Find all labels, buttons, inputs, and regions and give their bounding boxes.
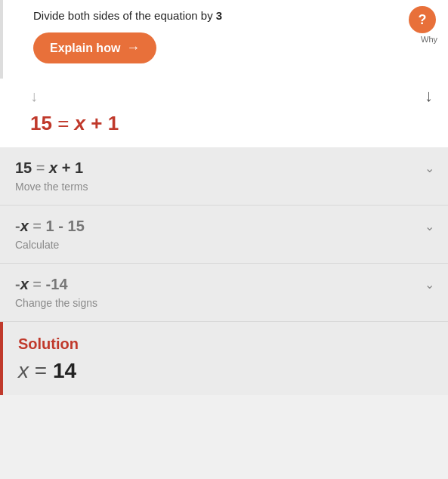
- step-2-description: Calculate: [15, 239, 433, 251]
- solution-equals: =: [29, 359, 53, 382]
- result-equals: =: [52, 112, 75, 134]
- result-equation: 15 = x + 1: [0, 112, 448, 147]
- result-x: x: [75, 112, 85, 134]
- step-2-equation: -x = 1 - 15: [15, 218, 433, 235]
- why-button[interactable]: ?: [409, 6, 436, 33]
- step-1-equation: 15 = x + 1: [15, 159, 433, 177]
- step-1[interactable]: 15 = x + 1 Move the terms ⌄: [0, 147, 448, 206]
- result-15: 15: [30, 112, 52, 134]
- why-button-label: ?: [419, 12, 427, 28]
- step-1-chevron-icon[interactable]: ⌄: [425, 161, 434, 175]
- solution-label: Solution: [18, 335, 433, 353]
- solution-equation: x = 14: [18, 359, 433, 383]
- explain-how-button[interactable]: Explain how →: [33, 32, 156, 63]
- result-plus1: + 1: [85, 112, 119, 134]
- step-2-chevron-icon[interactable]: ⌄: [425, 219, 434, 233]
- instruction-prefix: Divide both sides of the equation by: [33, 9, 216, 22]
- instruction-text: Divide both sides of the equation by 3: [33, 9, 433, 22]
- instruction-number: 3: [216, 9, 222, 22]
- explain-button-label: Explain how: [50, 42, 120, 55]
- step-1-description: Move the terms: [15, 181, 433, 193]
- down-arrow-left-icon: ↓: [30, 88, 38, 105]
- steps-section: 15 = x + 1 Move the terms ⌄ -x = 1 - 15 …: [0, 147, 448, 395]
- step-3-chevron-icon[interactable]: ⌄: [425, 277, 434, 292]
- step-3-description: Change the signs: [15, 297, 433, 309]
- step-2[interactable]: -x = 1 - 15 Calculate ⌄: [0, 206, 448, 264]
- solution-x: x: [18, 359, 29, 382]
- explain-arrow-icon: →: [126, 40, 140, 56]
- top-section: Divide both sides of the equation by 3 ?…: [0, 0, 448, 79]
- step-3-equation: -x = -14: [15, 276, 433, 293]
- transition-row: ↓ ↓: [0, 79, 448, 112]
- solution-section: Solution x = 14: [0, 322, 448, 395]
- step-3[interactable]: -x = -14 Change the signs ⌄: [0, 264, 448, 322]
- why-label: Why: [421, 35, 437, 44]
- solution-value: 14: [53, 359, 76, 382]
- down-arrow-right-icon: ↓: [425, 86, 433, 106]
